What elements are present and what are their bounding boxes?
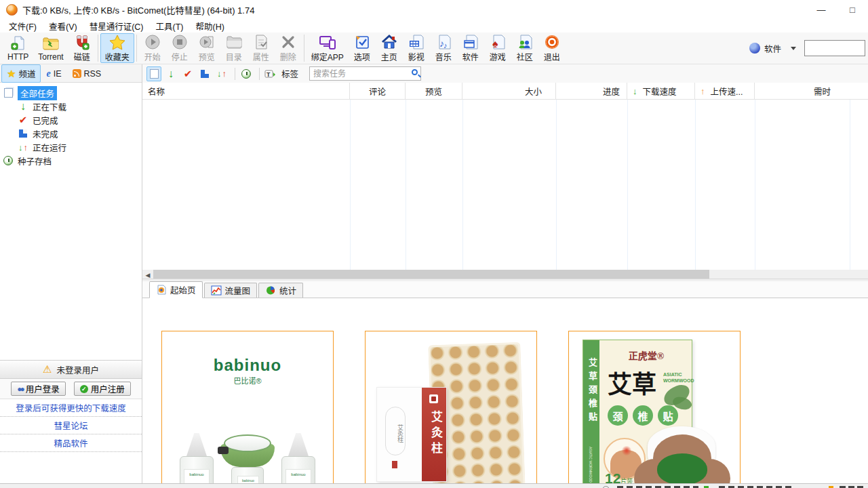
archive-button[interactable] [239, 66, 254, 81]
partial-icon [201, 70, 209, 78]
link-featured-software[interactable]: 精品软件 [0, 434, 142, 452]
torrent-folder-icon [42, 35, 60, 52]
sidebar-item-finished[interactable]: ✔ 已完成 [0, 113, 142, 127]
ad2-box-image: 艾灸柱 艾灸柱 [376, 387, 447, 482]
exit-button[interactable]: 退出 [538, 33, 566, 63]
filter-unfinished-button[interactable] [197, 66, 212, 81]
open-folder-button[interactable]: 目录 [220, 33, 248, 63]
star-icon [108, 34, 126, 50]
svg-text:♠: ♠ [492, 38, 498, 49]
sidebar-item-torrent-archive[interactable]: 种子存档 [0, 154, 142, 167]
column-upload-speed[interactable]: ↑ 上传速... [695, 83, 755, 99]
search-category-label[interactable]: 软件 [764, 42, 781, 55]
magnet-link-button[interactable]: 磁链 [68, 33, 96, 63]
delete-button[interactable]: 删除 [275, 33, 302, 63]
task-filter-bar: ↓ ✔ ↓↑ T 标签 [142, 64, 868, 83]
column-eta[interactable]: 需时 [755, 83, 868, 99]
tab-statistics[interactable]: 统计 [258, 283, 303, 298]
bind-app-button[interactable]: 绑定APP [307, 33, 349, 63]
tab-traffic-chart[interactable]: 流量图 [204, 283, 258, 298]
video-button[interactable]: 影视 [403, 33, 430, 63]
start-page-content: babinuo 巴比诺® babinuo babinuo babinuo 艾灸柱… [142, 298, 868, 483]
svg-text:♪: ♪ [443, 41, 448, 49]
menu-bar: 文件(F) 查看(V) 彗星通行证(C) 工具(T) 帮助(H) [0, 19, 868, 33]
filter-active-button[interactable]: ↓↑ [214, 66, 229, 81]
login-button[interactable]: ●● 用户登录 [11, 382, 66, 396]
menu-view[interactable]: 查看(V) [43, 18, 83, 34]
devices-icon [319, 34, 336, 50]
ad3-side-text: 艾草颈椎贴 [586, 358, 599, 426]
link-faster-download[interactable]: 登录后可获得更快的下载速度 [0, 399, 142, 417]
ad1-brand: babinuo [162, 356, 333, 375]
ad-card-babinuo[interactable]: babinuo 巴比诺® babinuo babinuo babinuo [161, 331, 334, 488]
maximize-button[interactable]: □ [837, 0, 868, 19]
link-comet-forum[interactable]: 彗星论坛 [0, 417, 142, 434]
bottom-tab-strip: 起始页 流量图 统计 [142, 281, 868, 298]
stop-button[interactable]: 停止 [166, 33, 193, 63]
main-toolbar: HTTP Torrent 磁链 收藏夹 开始 [0, 33, 868, 64]
pie-chart-icon [265, 285, 276, 296]
clock-icon [241, 69, 251, 79]
http-task-button[interactable]: HTTP [3, 33, 33, 63]
options-button[interactable]: 选项 [349, 33, 376, 63]
software-button[interactable]: 软件 [457, 33, 484, 63]
upload-arrow-icon: ↑ [701, 87, 705, 96]
games-button[interactable]: ♠ 游戏 [484, 33, 511, 63]
search-category-icon [749, 43, 760, 54]
column-comments[interactable]: 评论 [350, 83, 406, 99]
column-download-speed[interactable]: ↓ 下载速度 [627, 83, 695, 99]
menu-tools[interactable]: 工具(T) [150, 18, 190, 34]
spade-doc-icon: ♠ [489, 34, 507, 50]
start-button[interactable]: 开始 [139, 33, 166, 63]
tag-label[interactable]: 标签 [281, 67, 298, 80]
music-button[interactable]: ♪♪ 音乐 [430, 33, 457, 63]
ad-card-wormwood-patch[interactable]: 艾草颈椎贴 ASIATIC WORMWOOD 正虎堂® 艾草 ASIATIC W… [568, 331, 741, 488]
column-progress[interactable]: 进度 [556, 83, 627, 99]
users-icon: ●● [17, 384, 23, 394]
chevron-down-icon[interactable] [791, 47, 796, 50]
filter-all-button[interactable] [146, 66, 161, 81]
web-search-input[interactable] [804, 40, 865, 56]
filter-downloading-button[interactable]: ↓ [163, 66, 178, 81]
filter-separator [259, 68, 260, 80]
properties-button[interactable]: 属性 [248, 33, 275, 63]
title-bar: 下载:0 KB/s, 上传:0 KB/s - BitComet(比特彗星) (6… [0, 0, 868, 19]
column-size[interactable]: 大小 [462, 83, 556, 99]
warning-icon: ⚠ [43, 363, 52, 375]
community-button[interactable]: 社区 [511, 33, 538, 63]
sidebar-item-downloading[interactable]: ↓ 正在下载 [0, 100, 142, 113]
ad1-product-image: babinuo babinuo babinuo [162, 433, 333, 488]
menu-file[interactable]: 文件(F) [3, 18, 43, 34]
open-torrent-button[interactable]: Torrent [33, 33, 68, 63]
ad3-brand: 正虎堂® [599, 348, 693, 362]
menu-passport[interactable]: 彗星通行证(C) [83, 18, 150, 34]
ad3-patch-image [633, 426, 734, 488]
home-button[interactable]: 主页 [376, 33, 403, 63]
task-search-input[interactable] [309, 66, 421, 81]
app-icon [6, 4, 18, 16]
filter-finished-button[interactable]: ✔ [180, 66, 195, 81]
tab-rss[interactable]: RSS [67, 66, 107, 81]
login-status: ⚠ 未登录用户 [0, 360, 142, 379]
tab-ie[interactable]: e IE [41, 66, 66, 82]
sidebar-item-unfinished[interactable]: 未完成 [0, 127, 142, 140]
music-doc-icon: ♪♪ [435, 34, 452, 50]
register-button[interactable]: ✓ 用户注册 [74, 382, 131, 396]
column-preview[interactable]: 预览 [406, 83, 462, 99]
tab-channel[interactable]: ★ 频道 [1, 64, 41, 83]
menu-help[interactable]: 帮助(H) [189, 18, 230, 34]
minimize-button[interactable]: — [806, 0, 837, 19]
sidebar-item-all-tasks[interactable]: 全部任务 [0, 86, 142, 100]
preview-button[interactable]: 预览 [193, 33, 220, 63]
bitcomet-window: 下载:0 KB/s, 上传:0 KB/s - BitComet(比特彗星) (6… [0, 0, 868, 488]
star-icon: ★ [7, 68, 16, 80]
ad-card-moxa[interactable]: 艾灸柱 艾灸柱 [365, 331, 537, 488]
favorites-button[interactable]: 收藏夹 [100, 33, 134, 63]
column-name[interactable]: 名称 [142, 83, 350, 99]
tab-start-page[interactable]: 起始页 [149, 281, 203, 298]
tag-button[interactable]: T [263, 66, 278, 81]
sidebar-item-active[interactable]: ↓↑ 正在运行 [0, 140, 142, 154]
partial-icon [19, 129, 27, 138]
search-icon[interactable] [412, 69, 418, 75]
secondary-bar: ★ 频道 e IE RSS ↓ ✔ ↓↑ [0, 64, 868, 83]
